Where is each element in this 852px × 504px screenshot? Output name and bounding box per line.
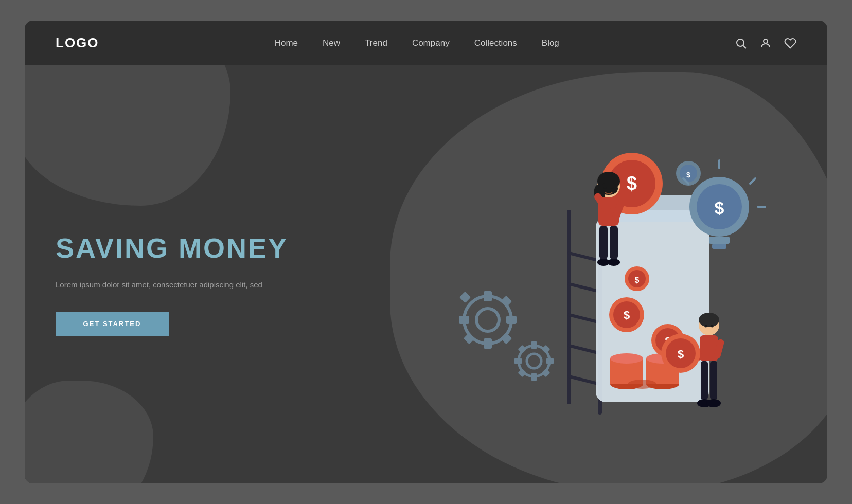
nav-link-blog[interactable]: Blog xyxy=(542,38,559,48)
gear-small xyxy=(514,341,554,381)
svg-rect-17 xyxy=(514,358,522,364)
svg-point-2 xyxy=(764,39,768,43)
svg-line-26 xyxy=(569,284,600,292)
search-icon[interactable] xyxy=(735,37,747,49)
svg-line-59 xyxy=(750,178,755,184)
svg-text:$: $ xyxy=(635,276,640,284)
svg-point-4 xyxy=(476,309,499,331)
svg-point-39 xyxy=(628,380,656,389)
navigation: LOGO Home New Trend Company Collections … xyxy=(25,21,827,65)
page-wrapper: LOGO Home New Trend Company Collections … xyxy=(25,21,827,483)
nav-icon-group xyxy=(735,37,796,49)
nav-item-blog[interactable]: Blog xyxy=(542,38,559,48)
nav-link-new[interactable]: New xyxy=(323,38,340,48)
ladder xyxy=(569,212,600,412)
svg-text:$: $ xyxy=(624,309,630,321)
nav-link-trend[interactable]: Trend xyxy=(365,38,387,48)
svg-rect-7 xyxy=(459,316,469,324)
svg-line-29 xyxy=(569,376,600,384)
main-content: SAVING MONEY Lorem ipsum dolor sit amet,… xyxy=(25,65,827,482)
svg-line-1 xyxy=(743,45,746,48)
svg-line-27 xyxy=(569,315,600,322)
svg-text:$: $ xyxy=(686,171,690,179)
get-started-button[interactable]: GET STARTED xyxy=(56,312,169,336)
svg-point-93 xyxy=(711,325,714,328)
svg-rect-16 xyxy=(531,373,537,381)
svg-point-79 xyxy=(611,186,614,189)
nav-item-trend[interactable]: Trend xyxy=(365,38,387,48)
svg-text:$: $ xyxy=(715,198,724,218)
svg-point-88 xyxy=(706,399,721,407)
svg-rect-75 xyxy=(610,226,618,259)
left-section: SAVING MONEY Lorem ipsum dolor sit amet,… xyxy=(56,86,426,461)
svg-rect-65 xyxy=(709,237,730,244)
svg-point-35 xyxy=(610,353,643,364)
svg-line-25 xyxy=(569,253,600,261)
svg-rect-15 xyxy=(531,341,537,349)
nav-item-home[interactable]: Home xyxy=(275,38,298,48)
svg-rect-18 xyxy=(546,358,554,364)
gear-large xyxy=(459,291,517,349)
svg-rect-8 xyxy=(506,316,517,324)
nav-link-home[interactable]: Home xyxy=(275,38,298,48)
svg-point-77 xyxy=(608,259,620,266)
nav-item-collections[interactable]: Collections xyxy=(474,38,517,48)
svg-rect-11 xyxy=(464,333,475,345)
svg-point-81 xyxy=(699,313,719,327)
svg-point-78 xyxy=(604,186,607,189)
svg-rect-5 xyxy=(484,291,492,301)
svg-text:$: $ xyxy=(678,348,684,361)
nav-item-company[interactable]: Company xyxy=(412,38,450,48)
heart-icon[interactable] xyxy=(784,37,796,49)
svg-point-92 xyxy=(705,325,707,328)
nav-links: Home New Trend Company Collections Blog xyxy=(275,38,559,48)
svg-text:$: $ xyxy=(627,173,637,194)
svg-point-14 xyxy=(527,354,541,368)
svg-rect-86 xyxy=(710,361,717,400)
svg-rect-74 xyxy=(599,226,608,259)
nav-item-new[interactable]: New xyxy=(323,38,340,48)
svg-rect-22 xyxy=(542,369,551,377)
right-section: $ $ $ $ xyxy=(426,86,796,461)
svg-rect-20 xyxy=(542,345,551,354)
nav-link-collections[interactable]: Collections xyxy=(474,38,517,48)
hero-title: SAVING MONEY xyxy=(56,232,426,264)
svg-rect-9 xyxy=(459,292,471,303)
svg-line-28 xyxy=(569,346,600,353)
svg-rect-19 xyxy=(518,345,527,354)
svg-rect-10 xyxy=(501,296,512,308)
hero-description: Lorem ipsum dolor sit amet, consectetuer… xyxy=(56,279,303,291)
svg-rect-21 xyxy=(518,369,527,377)
nav-link-company[interactable]: Company xyxy=(412,38,450,48)
svg-rect-6 xyxy=(484,338,492,349)
user-icon[interactable] xyxy=(759,37,772,49)
logo: LOGO xyxy=(56,35,99,51)
svg-point-0 xyxy=(737,39,744,46)
saving-money-illustration: $ $ $ $ xyxy=(457,104,766,443)
svg-rect-66 xyxy=(712,244,726,249)
svg-rect-12 xyxy=(501,333,512,345)
svg-rect-85 xyxy=(701,361,708,400)
